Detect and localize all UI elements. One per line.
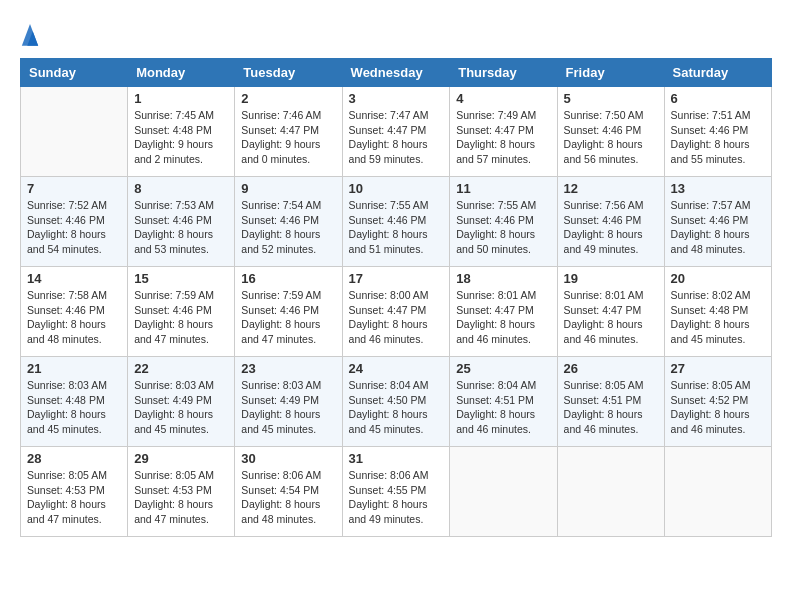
column-header-sunday: Sunday — [21, 59, 128, 87]
day-number: 20 — [671, 271, 765, 286]
calendar-cell: 25Sunrise: 8:04 AM Sunset: 4:51 PM Dayli… — [450, 357, 557, 447]
day-info: Sunrise: 8:05 AM Sunset: 4:51 PM Dayligh… — [564, 378, 658, 437]
calendar-cell: 20Sunrise: 8:02 AM Sunset: 4:48 PM Dayli… — [664, 267, 771, 357]
day-info: Sunrise: 8:01 AM Sunset: 4:47 PM Dayligh… — [456, 288, 550, 347]
day-number: 6 — [671, 91, 765, 106]
calendar-cell: 24Sunrise: 8:04 AM Sunset: 4:50 PM Dayli… — [342, 357, 450, 447]
day-number: 31 — [349, 451, 444, 466]
day-info: Sunrise: 7:57 AM Sunset: 4:46 PM Dayligh… — [671, 198, 765, 257]
day-info: Sunrise: 7:47 AM Sunset: 4:47 PM Dayligh… — [349, 108, 444, 167]
calendar-cell — [664, 447, 771, 537]
day-info: Sunrise: 7:53 AM Sunset: 4:46 PM Dayligh… — [134, 198, 228, 257]
day-info: Sunrise: 7:56 AM Sunset: 4:46 PM Dayligh… — [564, 198, 658, 257]
day-info: Sunrise: 8:06 AM Sunset: 4:55 PM Dayligh… — [349, 468, 444, 527]
calendar-cell: 11Sunrise: 7:55 AM Sunset: 4:46 PM Dayli… — [450, 177, 557, 267]
day-number: 9 — [241, 181, 335, 196]
calendar-cell: 18Sunrise: 8:01 AM Sunset: 4:47 PM Dayli… — [450, 267, 557, 357]
calendar-cell: 31Sunrise: 8:06 AM Sunset: 4:55 PM Dayli… — [342, 447, 450, 537]
day-info: Sunrise: 7:49 AM Sunset: 4:47 PM Dayligh… — [456, 108, 550, 167]
day-info: Sunrise: 7:55 AM Sunset: 4:46 PM Dayligh… — [349, 198, 444, 257]
day-number: 25 — [456, 361, 550, 376]
column-header-thursday: Thursday — [450, 59, 557, 87]
calendar-cell: 17Sunrise: 8:00 AM Sunset: 4:47 PM Dayli… — [342, 267, 450, 357]
day-number: 28 — [27, 451, 121, 466]
calendar-cell — [450, 447, 557, 537]
calendar-week-row: 7Sunrise: 7:52 AM Sunset: 4:46 PM Daylig… — [21, 177, 772, 267]
day-number: 14 — [27, 271, 121, 286]
calendar-cell: 5Sunrise: 7:50 AM Sunset: 4:46 PM Daylig… — [557, 87, 664, 177]
day-info: Sunrise: 8:00 AM Sunset: 4:47 PM Dayligh… — [349, 288, 444, 347]
calendar-cell: 28Sunrise: 8:05 AM Sunset: 4:53 PM Dayli… — [21, 447, 128, 537]
day-info: Sunrise: 8:01 AM Sunset: 4:47 PM Dayligh… — [564, 288, 658, 347]
logo — [20, 20, 44, 48]
calendar-week-row: 14Sunrise: 7:58 AM Sunset: 4:46 PM Dayli… — [21, 267, 772, 357]
day-number: 12 — [564, 181, 658, 196]
day-number: 5 — [564, 91, 658, 106]
calendar-cell: 21Sunrise: 8:03 AM Sunset: 4:48 PM Dayli… — [21, 357, 128, 447]
day-info: Sunrise: 7:50 AM Sunset: 4:46 PM Dayligh… — [564, 108, 658, 167]
calendar-cell: 9Sunrise: 7:54 AM Sunset: 4:46 PM Daylig… — [235, 177, 342, 267]
day-number: 13 — [671, 181, 765, 196]
calendar-table: SundayMondayTuesdayWednesdayThursdayFrid… — [20, 58, 772, 537]
calendar-cell: 26Sunrise: 8:05 AM Sunset: 4:51 PM Dayli… — [557, 357, 664, 447]
day-number: 4 — [456, 91, 550, 106]
calendar-cell: 22Sunrise: 8:03 AM Sunset: 4:49 PM Dayli… — [128, 357, 235, 447]
calendar-cell: 19Sunrise: 8:01 AM Sunset: 4:47 PM Dayli… — [557, 267, 664, 357]
day-info: Sunrise: 7:54 AM Sunset: 4:46 PM Dayligh… — [241, 198, 335, 257]
day-info: Sunrise: 8:04 AM Sunset: 4:51 PM Dayligh… — [456, 378, 550, 437]
day-info: Sunrise: 8:02 AM Sunset: 4:48 PM Dayligh… — [671, 288, 765, 347]
day-info: Sunrise: 8:03 AM Sunset: 4:48 PM Dayligh… — [27, 378, 121, 437]
calendar-cell: 27Sunrise: 8:05 AM Sunset: 4:52 PM Dayli… — [664, 357, 771, 447]
day-number: 26 — [564, 361, 658, 376]
day-number: 17 — [349, 271, 444, 286]
day-info: Sunrise: 8:04 AM Sunset: 4:50 PM Dayligh… — [349, 378, 444, 437]
calendar-week-row: 1Sunrise: 7:45 AM Sunset: 4:48 PM Daylig… — [21, 87, 772, 177]
calendar-cell: 6Sunrise: 7:51 AM Sunset: 4:46 PM Daylig… — [664, 87, 771, 177]
day-number: 15 — [134, 271, 228, 286]
calendar-cell: 8Sunrise: 7:53 AM Sunset: 4:46 PM Daylig… — [128, 177, 235, 267]
day-info: Sunrise: 7:58 AM Sunset: 4:46 PM Dayligh… — [27, 288, 121, 347]
day-number: 2 — [241, 91, 335, 106]
column-header-saturday: Saturday — [664, 59, 771, 87]
calendar-cell — [21, 87, 128, 177]
day-info: Sunrise: 8:03 AM Sunset: 4:49 PM Dayligh… — [134, 378, 228, 437]
calendar-cell: 13Sunrise: 7:57 AM Sunset: 4:46 PM Dayli… — [664, 177, 771, 267]
calendar-cell: 14Sunrise: 7:58 AM Sunset: 4:46 PM Dayli… — [21, 267, 128, 357]
calendar-cell: 30Sunrise: 8:06 AM Sunset: 4:54 PM Dayli… — [235, 447, 342, 537]
column-header-tuesday: Tuesday — [235, 59, 342, 87]
calendar-cell: 16Sunrise: 7:59 AM Sunset: 4:46 PM Dayli… — [235, 267, 342, 357]
day-number: 18 — [456, 271, 550, 286]
day-number: 16 — [241, 271, 335, 286]
calendar-week-row: 28Sunrise: 8:05 AM Sunset: 4:53 PM Dayli… — [21, 447, 772, 537]
calendar-cell: 2Sunrise: 7:46 AM Sunset: 4:47 PM Daylig… — [235, 87, 342, 177]
logo-icon — [20, 20, 40, 48]
calendar-cell: 7Sunrise: 7:52 AM Sunset: 4:46 PM Daylig… — [21, 177, 128, 267]
day-number: 3 — [349, 91, 444, 106]
day-info: Sunrise: 7:52 AM Sunset: 4:46 PM Dayligh… — [27, 198, 121, 257]
day-number: 19 — [564, 271, 658, 286]
day-number: 22 — [134, 361, 228, 376]
day-number: 30 — [241, 451, 335, 466]
day-number: 11 — [456, 181, 550, 196]
day-info: Sunrise: 8:05 AM Sunset: 4:53 PM Dayligh… — [27, 468, 121, 527]
column-header-monday: Monday — [128, 59, 235, 87]
day-number: 24 — [349, 361, 444, 376]
calendar-cell: 10Sunrise: 7:55 AM Sunset: 4:46 PM Dayli… — [342, 177, 450, 267]
calendar-cell: 29Sunrise: 8:05 AM Sunset: 4:53 PM Dayli… — [128, 447, 235, 537]
day-number: 7 — [27, 181, 121, 196]
calendar-cell: 1Sunrise: 7:45 AM Sunset: 4:48 PM Daylig… — [128, 87, 235, 177]
page-header — [20, 20, 772, 48]
day-number: 27 — [671, 361, 765, 376]
calendar-header-row: SundayMondayTuesdayWednesdayThursdayFrid… — [21, 59, 772, 87]
calendar-cell: 23Sunrise: 8:03 AM Sunset: 4:49 PM Dayli… — [235, 357, 342, 447]
calendar-week-row: 21Sunrise: 8:03 AM Sunset: 4:48 PM Dayli… — [21, 357, 772, 447]
day-number: 21 — [27, 361, 121, 376]
day-info: Sunrise: 7:51 AM Sunset: 4:46 PM Dayligh… — [671, 108, 765, 167]
day-info: Sunrise: 8:05 AM Sunset: 4:53 PM Dayligh… — [134, 468, 228, 527]
column-header-friday: Friday — [557, 59, 664, 87]
day-info: Sunrise: 7:46 AM Sunset: 4:47 PM Dayligh… — [241, 108, 335, 167]
column-header-wednesday: Wednesday — [342, 59, 450, 87]
calendar-cell: 3Sunrise: 7:47 AM Sunset: 4:47 PM Daylig… — [342, 87, 450, 177]
day-info: Sunrise: 7:45 AM Sunset: 4:48 PM Dayligh… — [134, 108, 228, 167]
day-info: Sunrise: 7:59 AM Sunset: 4:46 PM Dayligh… — [134, 288, 228, 347]
